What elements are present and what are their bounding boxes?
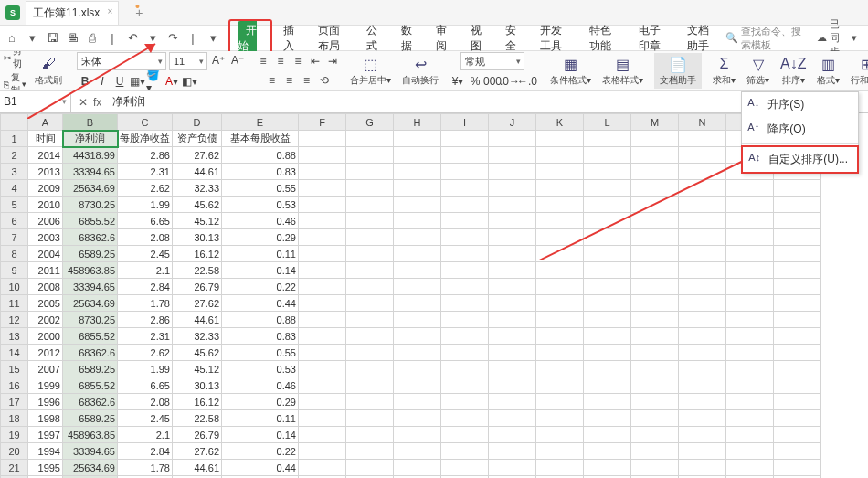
cell[interactable]: 6855.52 — [63, 213, 118, 229]
cell[interactable] — [346, 180, 394, 197]
cell[interactable] — [536, 164, 584, 180]
cell[interactable]: 0.44 — [222, 460, 299, 476]
cell[interactable] — [346, 197, 394, 213]
row-header[interactable]: 21 — [1, 460, 28, 476]
cell[interactable]: 0.11 — [222, 410, 299, 427]
cell[interactable]: 0.55 — [222, 180, 299, 197]
cell[interactable] — [346, 328, 394, 345]
cell[interactable]: 2.1 — [118, 262, 173, 279]
cell[interactable] — [489, 443, 536, 460]
cell[interactable] — [679, 246, 726, 262]
row-header[interactable]: 3 — [1, 164, 28, 180]
redo-icon[interactable]: ↷ — [164, 30, 181, 47]
cell[interactable] — [299, 180, 346, 197]
cell[interactable]: 2013 — [28, 164, 63, 180]
cell[interactable]: 2000 — [28, 328, 63, 345]
select-all-corner[interactable] — [1, 114, 28, 131]
rowcol-button[interactable]: ⊞ 行和列▾ — [845, 53, 868, 89]
cell[interactable]: 8730.25 — [63, 197, 118, 213]
row-header[interactable]: 10 — [1, 279, 28, 295]
cell[interactable] — [299, 377, 346, 394]
cell[interactable] — [774, 180, 821, 197]
cell[interactable] — [299, 312, 346, 328]
cell[interactable] — [536, 394, 584, 410]
cell[interactable] — [441, 131, 489, 147]
cell[interactable] — [726, 361, 774, 377]
cell[interactable] — [631, 147, 679, 164]
cell[interactable] — [441, 229, 489, 246]
cell[interactable] — [679, 180, 726, 197]
cell[interactable] — [299, 460, 346, 476]
cell[interactable]: 0.88 — [222, 312, 299, 328]
cell[interactable]: 2008 — [28, 279, 63, 295]
cell[interactable]: 0.88 — [222, 147, 299, 164]
cell[interactable]: 2.08 — [118, 229, 173, 246]
cell[interactable] — [394, 361, 441, 377]
cell[interactable]: 1998 — [28, 410, 63, 427]
spreadsheet-grid[interactable]: ABCDEFGHIJKLMNOP1时间净利润每股净收益资产负债基本每股收益220… — [0, 113, 868, 478]
cell[interactable] — [631, 328, 679, 345]
cell[interactable]: 1.99 — [118, 361, 173, 377]
cell[interactable] — [346, 213, 394, 229]
cell[interactable] — [726, 180, 774, 197]
cell[interactable] — [489, 213, 536, 229]
cell[interactable] — [299, 147, 346, 164]
row-header[interactable]: 17 — [1, 394, 28, 410]
cell[interactable]: 44.61 — [173, 460, 222, 476]
cell[interactable] — [346, 279, 394, 295]
cell[interactable] — [679, 164, 726, 180]
align-middle-icon[interactable]: ≡ — [272, 53, 289, 69]
cell[interactable] — [441, 410, 489, 427]
cell[interactable]: 资产负债 — [173, 131, 222, 147]
row-header[interactable]: 8 — [1, 246, 28, 262]
number-format-select[interactable]: 常规 — [460, 52, 524, 70]
cell[interactable]: 30.13 — [173, 229, 222, 246]
cell[interactable]: 1994 — [28, 443, 63, 460]
conditional-format-button[interactable]: ▦ 条件格式▾ — [545, 53, 597, 89]
row-header[interactable]: 14 — [1, 345, 28, 361]
cell[interactable] — [299, 131, 346, 147]
cell[interactable] — [584, 262, 631, 279]
cell[interactable] — [441, 377, 489, 394]
cell[interactable] — [489, 197, 536, 213]
column-header-M[interactable]: M — [631, 114, 679, 131]
cell[interactable] — [489, 295, 536, 312]
cell[interactable]: 68362.6 — [63, 394, 118, 410]
close-tab-icon[interactable]: × — [108, 6, 113, 16]
cell[interactable] — [584, 361, 631, 377]
row-header[interactable]: 15 — [1, 361, 28, 377]
cell[interactable]: 0.53 — [222, 361, 299, 377]
chevron-down-icon[interactable]: ▾ — [22, 80, 26, 89]
cell[interactable]: 6855.52 — [63, 377, 118, 394]
cell[interactable] — [536, 213, 584, 229]
cell[interactable]: 2012 — [28, 345, 63, 361]
cell[interactable] — [299, 246, 346, 262]
cut-label[interactable]: 剪切 — [13, 51, 26, 70]
row-header[interactable]: 11 — [1, 295, 28, 312]
cell[interactable] — [584, 164, 631, 180]
cell[interactable] — [441, 180, 489, 197]
cell[interactable] — [536, 410, 584, 427]
column-header-D[interactable]: D — [173, 114, 222, 131]
column-header-G[interactable]: G — [346, 114, 394, 131]
cell[interactable] — [346, 164, 394, 180]
cell[interactable]: 6855.52 — [63, 328, 118, 345]
cell[interactable] — [489, 361, 536, 377]
cell[interactable]: 0.46 — [222, 213, 299, 229]
percent-icon[interactable]: % — [467, 73, 483, 90]
cell[interactable] — [679, 262, 726, 279]
cell[interactable] — [536, 262, 584, 279]
cell[interactable] — [346, 394, 394, 410]
cell[interactable] — [536, 460, 584, 476]
row-header[interactable]: 4 — [1, 180, 28, 197]
cell[interactable]: 45.12 — [173, 213, 222, 229]
cell[interactable]: 44318.99 — [63, 147, 118, 164]
cell[interactable] — [489, 180, 536, 197]
cell[interactable] — [441, 427, 489, 443]
column-header-A[interactable]: A — [28, 114, 63, 131]
cell[interactable] — [631, 295, 679, 312]
cell[interactable]: 0.44 — [222, 295, 299, 312]
column-header-C[interactable]: C — [118, 114, 173, 131]
cell[interactable] — [584, 213, 631, 229]
cell[interactable]: 0.46 — [222, 377, 299, 394]
